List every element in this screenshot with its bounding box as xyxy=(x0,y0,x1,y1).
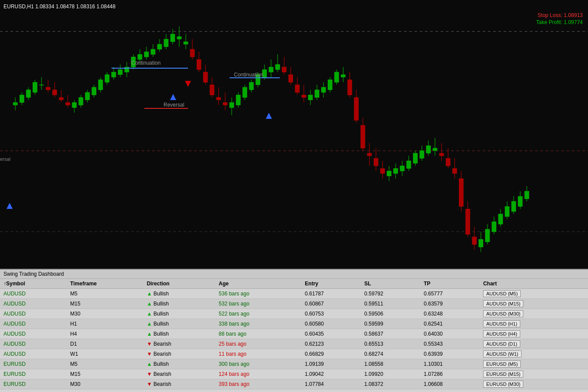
table-header-row: ↑Symbol Timeframe Direction Age Entry SL… xyxy=(0,279,588,289)
cell-timeframe: D1 xyxy=(67,339,143,349)
cell-chart[interactable]: EURUSD (M30) xyxy=(480,379,588,389)
cell-sl: 0.65513 xyxy=(361,339,420,349)
cell-chart[interactable]: AUDUSD (H4) xyxy=(480,329,588,339)
cell-age: 25 bars ago xyxy=(215,339,301,349)
chart-button[interactable]: AUDUSD (W1) xyxy=(483,350,521,357)
dashboard-title: Swing Trading Dashboard xyxy=(0,270,588,279)
cell-sl: 1.09920 xyxy=(361,369,420,379)
cell-direction: ▼ Bearish xyxy=(143,339,216,349)
chart-button[interactable]: EURUSD (M30) xyxy=(483,381,523,388)
cell-tp: 1.06608 xyxy=(420,379,480,389)
table-row: EURUSD M5 ▲ Bullish 300 bars ago 1.09139… xyxy=(0,359,588,369)
cell-timeframe: M30 xyxy=(67,379,143,389)
cell-direction: ▲ Bullish xyxy=(143,319,216,329)
swing-table: ↑Symbol Timeframe Direction Age Entry SL… xyxy=(0,279,588,389)
cell-tp: 0.62541 xyxy=(420,319,480,329)
cell-symbol: EURUSD xyxy=(0,379,67,389)
cell-tp: 1.07286 xyxy=(420,369,480,379)
cell-chart[interactable]: AUDUSD (W1) xyxy=(480,349,588,359)
cell-symbol: AUDUSD xyxy=(0,329,67,339)
cell-symbol: EURUSD xyxy=(0,369,67,379)
cell-direction: ▲ Bullish xyxy=(143,329,216,339)
table-row: AUDUSD M15 ▲ Bullish 532 bars ago 0.6086… xyxy=(0,299,588,309)
cell-timeframe: M15 xyxy=(67,369,143,379)
cell-direction: ▼ Bearish xyxy=(143,349,216,359)
cell-sl: 0.59599 xyxy=(361,319,420,329)
chart-button[interactable]: AUDUSD (H1) xyxy=(483,320,520,327)
cell-symbol: AUDUSD xyxy=(0,299,67,309)
cell-direction: ▲ Bullish xyxy=(143,309,216,319)
cell-sl: 0.59792 xyxy=(361,289,420,299)
cell-chart[interactable]: AUDUSD (D1) xyxy=(480,339,588,349)
cell-direction: ▲ Bullish xyxy=(143,289,216,299)
cell-entry: 0.60753 xyxy=(301,309,361,319)
cell-sl: 0.58637 xyxy=(361,329,420,339)
cell-entry: 1.09042 xyxy=(301,369,361,379)
table-row: EURUSD M15 ▼ Bearish 124 bars ago 1.0904… xyxy=(0,369,588,379)
cell-sl: 1.08372 xyxy=(361,379,420,389)
cell-symbol: AUDUSD xyxy=(0,349,67,359)
chart-button[interactable]: AUDUSD (M5) xyxy=(483,290,521,297)
cell-age: 522 bars ago xyxy=(215,309,301,319)
cell-entry: 1.09139 xyxy=(301,359,361,369)
cell-chart[interactable]: EURUSD (M15) xyxy=(480,369,588,379)
cell-direction: ▼ Bearish xyxy=(143,369,216,379)
cell-age: 536 bars ago xyxy=(215,289,301,299)
candlestick-chart xyxy=(0,0,588,269)
chart-button[interactable]: AUDUSD (M15) xyxy=(483,300,523,307)
dashboard-panel: Swing Trading Dashboard ↑Symbol Timefram… xyxy=(0,269,588,392)
cell-sl: 0.68274 xyxy=(361,349,420,359)
table-row: AUDUSD D1 ▼ Bearish 25 bars ago 0.62123 … xyxy=(0,339,588,349)
cell-timeframe: M30 xyxy=(67,309,143,319)
table-body: AUDUSD M5 ▲ Bullish 536 bars ago 0.61787… xyxy=(0,289,588,389)
cell-entry: 0.66829 xyxy=(301,349,361,359)
chart-button[interactable]: EURUSD (M5) xyxy=(483,361,521,368)
table-row: AUDUSD M30 ▲ Bullish 522 bars ago 0.6075… xyxy=(0,309,588,319)
cell-age: 338 bars ago xyxy=(215,319,301,329)
chart-button[interactable]: EURUSD (M15) xyxy=(483,371,523,378)
cell-timeframe: M15 xyxy=(67,299,143,309)
cell-timeframe: M5 xyxy=(67,289,143,299)
chart-area: EURUSD,H1 1.08334 1.08478 1.08316 1.0844… xyxy=(0,0,588,269)
col-direction: Direction xyxy=(143,279,216,289)
cell-tp: 0.55343 xyxy=(420,339,480,349)
cell-timeframe: W1 xyxy=(67,349,143,359)
table-row: AUDUSD M5 ▲ Bullish 536 bars ago 0.61787… xyxy=(0,289,588,299)
cell-direction: ▲ Bullish xyxy=(143,299,216,309)
chart-button[interactable]: AUDUSD (D1) xyxy=(483,340,520,347)
cell-chart[interactable]: AUDUSD (H1) xyxy=(480,319,588,329)
cell-timeframe: H4 xyxy=(67,329,143,339)
table-container[interactable]: ↑Symbol Timeframe Direction Age Entry SL… xyxy=(0,279,588,391)
cell-direction: ▼ Bearish xyxy=(143,379,216,389)
table-row: EURUSD M30 ▼ Bearish 393 bars ago 1.0778… xyxy=(0,379,588,389)
cell-tp: 0.64030 xyxy=(420,329,480,339)
cell-age: 88 bars ago xyxy=(215,329,301,339)
cell-tp: 0.63579 xyxy=(420,299,480,309)
cell-chart[interactable]: AUDUSD (M30) xyxy=(480,309,588,319)
cell-tp: 0.63248 xyxy=(420,309,480,319)
col-entry: Entry xyxy=(301,279,361,289)
chart-button[interactable]: AUDUSD (H4) xyxy=(483,330,520,337)
cell-sl: 1.08558 xyxy=(361,359,420,369)
cell-entry: 0.61787 xyxy=(301,289,361,299)
cell-timeframe: H1 xyxy=(67,319,143,329)
cell-age: 11 bars ago xyxy=(215,349,301,359)
cell-chart[interactable]: EURUSD (M5) xyxy=(480,359,588,369)
col-tp: TP xyxy=(420,279,480,289)
cell-sl: 0.59511 xyxy=(361,299,420,309)
col-chart: Chart xyxy=(480,279,588,289)
cell-age: 393 bars ago xyxy=(215,379,301,389)
cell-tp: 0.65777 xyxy=(420,289,480,299)
cell-direction: ▲ Bullish xyxy=(143,359,216,369)
table-row: AUDUSD W1 ▼ Bearish 11 bars ago 0.66829 … xyxy=(0,349,588,359)
col-age: Age xyxy=(215,279,301,289)
cell-chart[interactable]: AUDUSD (M5) xyxy=(480,289,588,299)
cell-age: 124 bars ago xyxy=(215,369,301,379)
cell-chart[interactable]: AUDUSD (M15) xyxy=(480,299,588,309)
chart-button[interactable]: AUDUSD (M30) xyxy=(483,310,523,317)
cell-entry: 1.07784 xyxy=(301,379,361,389)
cell-entry: 0.60435 xyxy=(301,329,361,339)
cell-symbol: EURUSD xyxy=(0,359,67,369)
cell-symbol: AUDUSD xyxy=(0,289,67,299)
col-sl: SL xyxy=(361,279,420,289)
